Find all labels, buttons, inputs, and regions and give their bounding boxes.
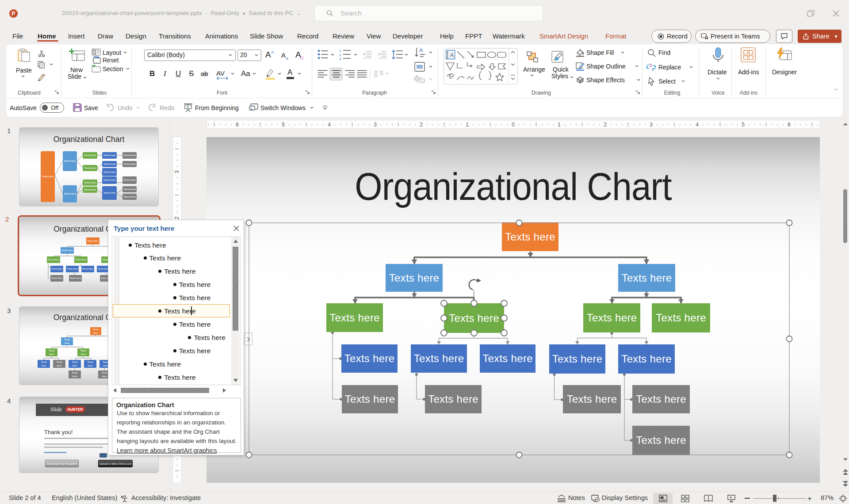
- svg-text:1: 1: [558, 122, 561, 128]
- svg-text:1: 1: [339, 49, 341, 53]
- svg-text:3: 3: [650, 122, 653, 128]
- svg-text:1: 1: [466, 122, 469, 128]
- svg-text:3: 3: [339, 57, 341, 60]
- svg-text:2: 2: [604, 122, 607, 128]
- svg-text:3: 3: [174, 170, 180, 173]
- svg-text:4: 4: [696, 122, 699, 128]
- svg-text:P: P: [11, 11, 15, 17]
- svg-text:4: 4: [328, 122, 331, 128]
- svg-text:6: 6: [788, 122, 791, 128]
- svg-text:A: A: [419, 47, 423, 53]
- svg-text:6: 6: [236, 122, 239, 128]
- svg-text:2: 2: [339, 53, 341, 57]
- svg-text:2: 2: [174, 216, 180, 219]
- svg-text:3: 3: [374, 122, 377, 128]
- svg-text:A: A: [450, 52, 454, 58]
- svg-text:2: 2: [420, 122, 423, 128]
- svg-text:5: 5: [742, 122, 745, 128]
- svg-text:5: 5: [282, 122, 285, 128]
- svg-text:0: 0: [512, 122, 515, 128]
